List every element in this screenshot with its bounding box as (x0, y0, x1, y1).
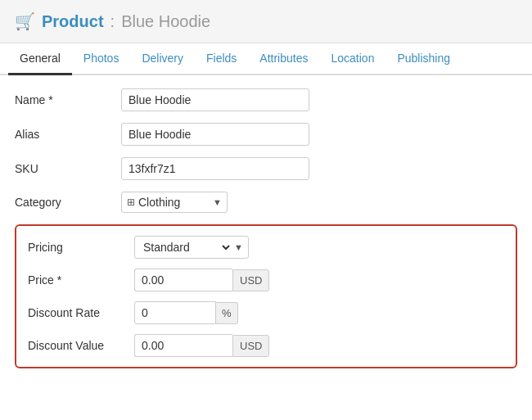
price-row: Price * USD (28, 269, 504, 291)
discount-rate-label: Discount Rate (28, 306, 134, 319)
name-input[interactable] (121, 88, 309, 111)
sku-row: SKU (15, 157, 517, 180)
title-separator: : (110, 12, 115, 31)
tab-attributes[interactable]: Attributes (248, 43, 319, 75)
category-arrow-icon: ▼ (213, 197, 222, 207)
tab-location[interactable]: Location (319, 43, 385, 75)
price-input[interactable] (134, 269, 232, 291)
discount-rate-input-group: % (134, 301, 238, 324)
pricing-label: Pricing (28, 241, 134, 254)
discount-rate-row: Discount Rate % (28, 301, 504, 324)
page-header: 🛒 Product : Blue Hoodie (0, 0, 532, 43)
alias-row: Alias (15, 123, 517, 146)
cart-icon: 🛒 (15, 11, 35, 31)
category-label: Category (15, 196, 121, 209)
tab-publishing[interactable]: Publishing (385, 43, 462, 75)
category-select[interactable]: Clothing (138, 196, 210, 209)
discount-value-label: Discount Value (28, 339, 134, 352)
price-input-group: USD (134, 269, 269, 291)
alias-label: Alias (15, 128, 121, 141)
name-row: Name * (15, 88, 517, 111)
tab-photos[interactable]: Photos (72, 43, 131, 75)
pricing-type-row: Pricing Standard Custom ▼ (28, 236, 504, 259)
discount-rate-input[interactable] (134, 301, 216, 324)
discount-value-input-group: USD (134, 334, 269, 357)
pricing-select-wrapper[interactable]: Standard Custom ▼ (134, 236, 249, 259)
category-select-wrapper[interactable]: ⊞ Clothing ▼ (121, 192, 228, 213)
pricing-select[interactable]: Standard Custom (140, 240, 232, 255)
price-currency-label: USD (232, 269, 269, 291)
discount-rate-unit-label: % (216, 302, 238, 324)
discount-value-currency-label: USD (232, 335, 269, 357)
tab-general[interactable]: General (8, 43, 72, 75)
product-name-title: Blue Hoodie (121, 12, 210, 31)
name-label: Name * (15, 93, 121, 106)
category-icon: ⊞ (127, 196, 135, 208)
product-title-label: Product (42, 12, 104, 31)
price-label: Price * (28, 273, 134, 287)
sku-input[interactable] (121, 157, 309, 180)
tab-delivery[interactable]: Delivery (130, 43, 195, 75)
pricing-arrow-icon: ▼ (234, 242, 243, 252)
pricing-box: Pricing Standard Custom ▼ Price * USD Di… (15, 224, 517, 368)
category-row: Category ⊞ Clothing ▼ (15, 192, 517, 213)
discount-value-input[interactable] (134, 334, 232, 357)
tab-fields[interactable]: Fields (195, 43, 248, 75)
form-area: Name * Alias SKU Category ⊞ Clothing ▼ P… (0, 75, 532, 382)
discount-value-row: Discount Value USD (28, 334, 504, 357)
sku-label: SKU (15, 162, 121, 175)
alias-input[interactable] (121, 123, 309, 146)
tab-bar: General Photos Delivery Fields Attribute… (0, 43, 532, 75)
